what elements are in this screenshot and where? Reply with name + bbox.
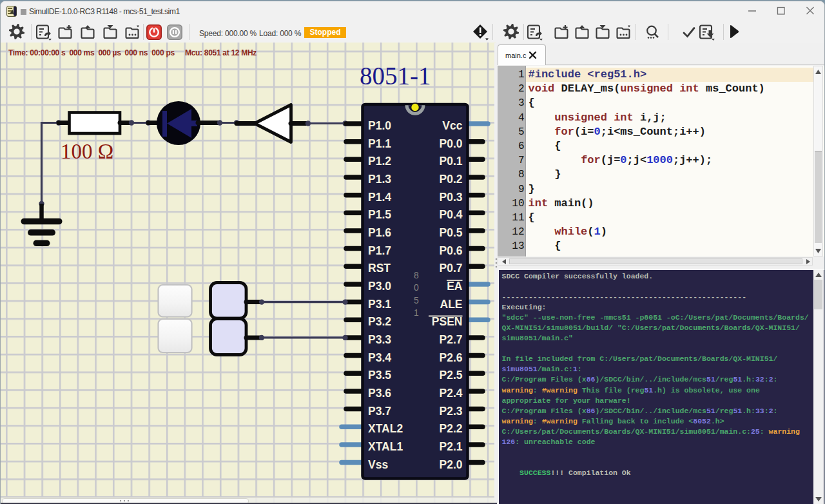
svg-text:P3.0: P3.0 <box>368 280 391 293</box>
svg-text:P3.4: P3.4 <box>368 351 391 364</box>
svg-text:1: 1 <box>414 307 419 318</box>
svg-text:P1.7: P1.7 <box>368 244 391 257</box>
svg-text:P2.3: P2.3 <box>440 405 463 418</box>
svg-text:P0.4: P0.4 <box>440 208 463 221</box>
svg-text:PSEN: PSEN <box>432 315 463 328</box>
svg-text:P3.1: P3.1 <box>368 298 391 311</box>
svg-text:100 Ω: 100 Ω <box>61 140 113 163</box>
svg-text:P1.6: P1.6 <box>368 226 391 239</box>
svg-text:Mcu: 8051 at 12 MHz: Mcu: 8051 at 12 MHz <box>185 48 257 57</box>
svg-text:P3.2: P3.2 <box>368 315 391 328</box>
svg-text:P0.6: P0.6 <box>440 244 463 257</box>
svg-text:P3.7: P3.7 <box>368 405 391 418</box>
svg-text:P0.2: P0.2 <box>440 173 463 186</box>
svg-text:8: 8 <box>414 270 419 280</box>
svg-text:5: 5 <box>414 295 419 305</box>
svg-text:P0.1: P0.1 <box>440 155 463 168</box>
svg-text:Vss: Vss <box>368 458 388 471</box>
svg-text:XTAL2: XTAL2 <box>368 422 403 435</box>
svg-text:P3.6: P3.6 <box>368 387 391 400</box>
svg-text:8051-1: 8051-1 <box>360 62 431 90</box>
svg-text:Time: 00:00:00 s 000 ms 000: Time: 00:00:00 s 000 ms 000 µs 000 ns 00… <box>8 48 175 57</box>
svg-text:P3.3: P3.3 <box>368 333 391 346</box>
svg-text:P1.3: P1.3 <box>368 173 391 186</box>
svg-text:P2.6: P2.6 <box>440 351 463 364</box>
svg-text:P1.0: P1.0 <box>368 119 391 132</box>
svg-text:RST: RST <box>368 262 391 275</box>
svg-text:XTAL1: XTAL1 <box>368 440 403 453</box>
svg-text:P1.2: P1.2 <box>368 155 391 168</box>
svg-text:0: 0 <box>414 282 419 293</box>
svg-text:P2.5: P2.5 <box>440 369 463 382</box>
svg-text:P2.4: P2.4 <box>440 387 463 400</box>
svg-text:P2.0: P2.0 <box>440 458 463 471</box>
svg-text:P1.1: P1.1 <box>368 137 391 150</box>
svg-text:P2.7: P2.7 <box>440 333 463 346</box>
svg-text:Vcc: Vcc <box>442 119 462 132</box>
svg-text:P0.3: P0.3 <box>440 191 463 204</box>
svg-text:EA: EA <box>447 280 463 293</box>
svg-text:ALE: ALE <box>440 298 463 311</box>
svg-text:P0.0: P0.0 <box>440 137 463 150</box>
svg-text:P2.2: P2.2 <box>440 422 463 435</box>
svg-text:P1.4: P1.4 <box>368 191 391 204</box>
svg-text:P2.1: P2.1 <box>440 440 463 453</box>
svg-text:P0.5: P0.5 <box>440 226 463 239</box>
svg-text:P1.5: P1.5 <box>368 208 391 221</box>
svg-text:P3.5: P3.5 <box>368 369 391 382</box>
svg-text:P0.7: P0.7 <box>440 262 463 275</box>
